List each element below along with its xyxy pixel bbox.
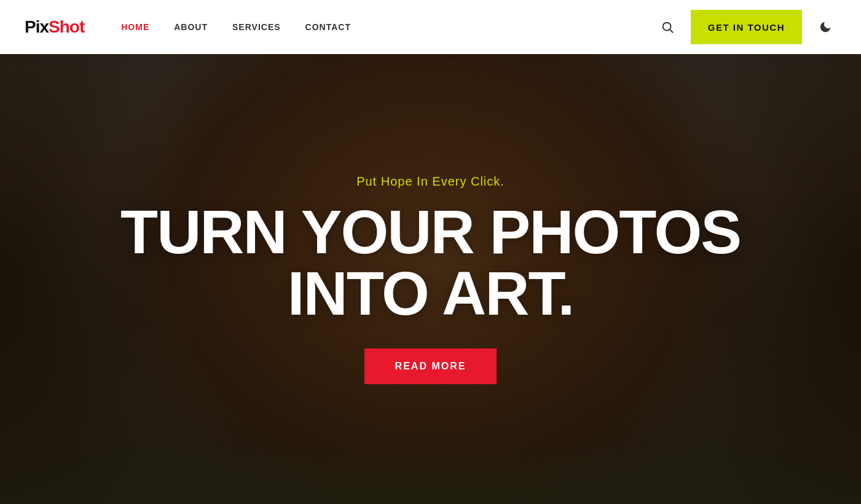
read-more-button[interactable]: READ MORE xyxy=(364,348,497,384)
navbar-right: GET IN TOUCH xyxy=(656,10,836,44)
nav-link-home[interactable]: HOME xyxy=(121,22,149,32)
hero-content: Put Hope In Every Click. TURN YOUR PHOTO… xyxy=(108,175,753,384)
hero-section: Put Hope In Every Click. TURN YOUR PHOTO… xyxy=(0,54,861,504)
navbar-left: PixShot HOME ABOUT SERVICES CONTACT xyxy=(25,17,351,37)
hero-title-line1: TURN YOUR PHOTOS xyxy=(120,197,741,266)
moon-icon xyxy=(819,20,832,34)
nav-link-contact[interactable]: CONTACT xyxy=(305,22,351,32)
svg-line-1 xyxy=(670,30,673,33)
navbar: PixShot HOME ABOUT SERVICES CONTACT GET … xyxy=(0,0,861,54)
logo-shot: Shot xyxy=(49,17,84,36)
svg-point-0 xyxy=(662,23,670,31)
nav-link-about[interactable]: ABOUT xyxy=(174,22,208,32)
nav-item-services[interactable]: SERVICES xyxy=(232,22,281,33)
nav-link-services[interactable]: SERVICES xyxy=(232,22,281,32)
search-icon xyxy=(661,20,674,34)
nav-item-about[interactable]: ABOUT xyxy=(174,22,208,33)
nav-item-home[interactable]: HOME xyxy=(121,22,149,33)
logo[interactable]: PixShot xyxy=(25,17,84,37)
search-button[interactable] xyxy=(656,16,678,38)
logo-pix: Pix xyxy=(25,17,49,36)
hero-title: TURN YOUR PHOTOS INTO ART. xyxy=(120,201,741,324)
hero-title-line2: INTO ART. xyxy=(288,259,573,328)
nav-item-contact[interactable]: CONTACT xyxy=(305,22,351,33)
hero-tagline: Put Hope In Every Click. xyxy=(120,175,741,189)
get-in-touch-button[interactable]: GET IN TOUCH xyxy=(691,10,802,44)
nav-links: HOME ABOUT SERVICES CONTACT xyxy=(121,22,351,33)
dark-mode-toggle[interactable] xyxy=(814,16,836,38)
